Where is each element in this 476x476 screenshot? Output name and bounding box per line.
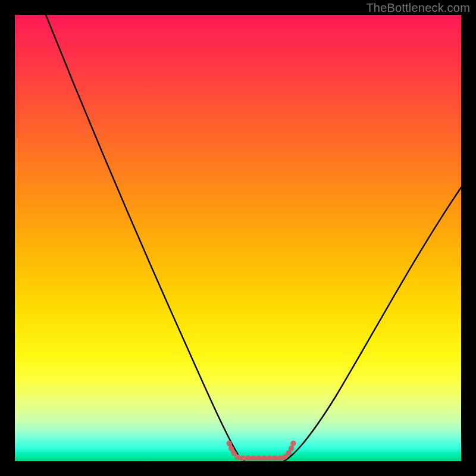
chart-frame: TheBottleneck.com [0, 0, 476, 476]
v-curve-right [284, 187, 461, 461]
v-curve-left [46, 15, 245, 461]
bottom-bracket [229, 443, 293, 458]
plot-area [15, 15, 461, 461]
curve-layer [15, 15, 461, 461]
watermark-text: TheBottleneck.com [366, 1, 470, 15]
